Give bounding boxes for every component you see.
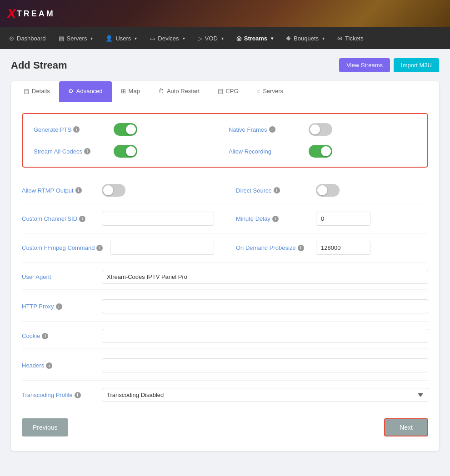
tab-details-label: Details [32,88,50,94]
headers-label: Headers i [22,362,95,369]
allow-recording-toggle-thumb [321,146,331,156]
on-demand-probesize-info-icon[interactable]: i [298,245,304,251]
user-agent-input[interactable] [102,270,428,284]
main-card: ▤ Details ⚙ Advanced ⊞ Map ⏱ Auto Restar… [11,81,439,451]
page-title: Add Stream [11,60,67,71]
allow-rtmp-toggle-track[interactable] [102,184,125,197]
tab-map[interactable]: ⊞ Map [112,81,149,102]
stream-all-codecs-toggle-track[interactable] [114,145,137,158]
headers-info-icon[interactable]: i [46,362,52,369]
tab-details[interactable]: ▤ Details [15,81,59,102]
dashboard-icon: ⊙ [9,35,14,42]
nav-item-streams[interactable]: ◎ Streams ▾ [231,31,279,45]
ffmpeg-probesize-row: Custom FFmpeg Command i On Demand Probes… [22,235,428,260]
tabs-bar: ▤ Details ⚙ Advanced ⊞ Map ⏱ Auto Restar… [11,81,439,102]
native-frames-info-icon[interactable]: i [269,126,275,133]
direct-source-toggle-track[interactable] [316,184,340,197]
custom-ffmpeg-group: Custom FFmpeg Command i [22,235,225,260]
nav-label-devices: Devices [158,35,179,42]
nav-item-users[interactable]: 👤 Users ▾ [100,31,142,45]
auto-restart-tab-icon: ⏱ [158,88,164,94]
page-content: Add Stream View Streams Import M3U ▤ Det… [0,49,450,476]
generate-pts-toggle-track[interactable] [114,123,137,136]
servers-icon: ▤ [59,35,64,42]
native-frames-group: Native Frames i [229,123,416,136]
user-agent-row: User Agent [22,264,428,290]
headers-input[interactable] [102,358,428,372]
http-proxy-label: HTTP Proxy i [22,303,95,310]
logo-text: TREAM [17,9,55,19]
cookie-info-icon[interactable]: i [42,333,48,339]
tab-epg-label: EPG [226,88,238,94]
stream-all-codecs-label: Stream All Codecs i [34,148,106,155]
generate-pts-info-icon[interactable]: i [73,126,80,133]
chevron-down-icon: ▾ [322,36,325,41]
direct-source-group: Direct Source i [225,178,428,202]
vod-icon: ▷ [198,35,202,42]
chevron-down-icon: ▾ [221,36,224,41]
tab-servers-label: Servers [263,88,283,94]
custom-ffmpeg-input[interactable] [110,241,214,255]
tab-map-label: Map [129,88,140,94]
tab-servers[interactable]: ≡ Servers [248,81,292,102]
tab-auto-restart[interactable]: ⏱ Auto Restart [149,81,209,102]
header-buttons: View Streams Import M3U [339,58,439,72]
nav-label-servers: Servers [67,35,87,42]
allow-rtmp-toggle[interactable] [102,184,125,197]
native-frames-toggle-track[interactable] [309,123,332,136]
nav-item-servers[interactable]: ▤ Servers ▾ [53,31,99,45]
http-proxy-input[interactable] [102,299,428,313]
nav-item-bouquets[interactable]: ❋ Bouquets ▾ [280,31,330,45]
http-proxy-info-icon[interactable]: i [56,303,62,310]
page-header: Add Stream View Streams Import M3U [11,58,439,72]
native-frames-label: Native Frames i [229,126,301,133]
tab-advanced[interactable]: ⚙ Advanced [59,81,112,102]
transcoding-profile-select[interactable]: Transcoding Disabled Default High Qualit… [102,388,428,402]
servers-tab-icon: ≡ [257,88,260,94]
generate-pts-toggle[interactable] [114,123,137,136]
import-m3u-button[interactable]: Import M3U [394,58,439,72]
custom-ffmpeg-label: Custom FFmpeg Command i [22,244,103,251]
nav-item-tickets[interactable]: ✉ Tickets [332,31,369,45]
direct-source-toggle[interactable] [316,184,340,197]
transcoding-profile-info-icon[interactable]: i [75,392,81,398]
nav-label-streams: Streams [244,35,267,42]
allow-recording-group: Allow Recording [229,145,416,158]
rtmp-direct-row: Allow RTMP Output i Direct Source i [22,178,428,202]
minute-delay-input[interactable] [316,212,370,226]
stream-all-codecs-info-icon[interactable]: i [84,148,90,154]
native-frames-toggle-thumb [310,124,320,134]
on-demand-probesize-input[interactable] [316,241,370,255]
view-streams-button[interactable]: View Streams [339,58,390,72]
users-icon: 👤 [105,35,113,42]
nav-label-dashboard: Dashboard [17,35,46,42]
stream-all-codecs-toggle[interactable] [114,145,137,158]
allow-recording-toggle[interactable] [309,145,332,158]
custom-ffmpeg-info-icon[interactable]: i [96,245,103,251]
cookie-input[interactable] [102,329,428,343]
minute-delay-info-icon[interactable]: i [272,216,279,222]
previous-button[interactable]: Previous [22,418,68,436]
tab-auto-restart-label: Auto Restart [167,88,200,94]
nav-item-devices[interactable]: ▭ Devices ▾ [144,31,190,45]
nav-item-dashboard[interactable]: ⊙ Dashboard [4,31,51,45]
highlighted-row-1: Generate PTS i Native Frames i [34,123,416,136]
allow-rtmp-label: Allow RTMP Output i [22,187,95,194]
allow-rtmp-info-icon[interactable]: i [75,187,82,193]
regular-form-section: Allow RTMP Output i Direct Source i [22,178,428,407]
next-button[interactable]: Next [384,418,428,436]
direct-source-toggle-thumb [317,185,327,195]
allow-recording-toggle-track[interactable] [309,145,332,158]
tab-epg[interactable]: ▤ EPG [209,81,247,102]
stream-all-codecs-toggle-thumb [126,146,136,156]
native-frames-toggle[interactable] [309,123,332,136]
direct-source-info-icon[interactable]: i [274,187,280,193]
form-content: Generate PTS i Native Frames i [11,102,439,451]
custom-channel-sid-info-icon[interactable]: i [79,216,85,222]
custom-channel-sid-input[interactable] [102,212,214,226]
nav-item-vod[interactable]: ▷ VOD ▾ [192,31,229,45]
details-tab-icon: ▤ [24,88,29,94]
top-banner: X TREAM [0,0,450,27]
highlighted-section: Generate PTS i Native Frames i [22,113,428,168]
epg-tab-icon: ▤ [218,88,223,94]
